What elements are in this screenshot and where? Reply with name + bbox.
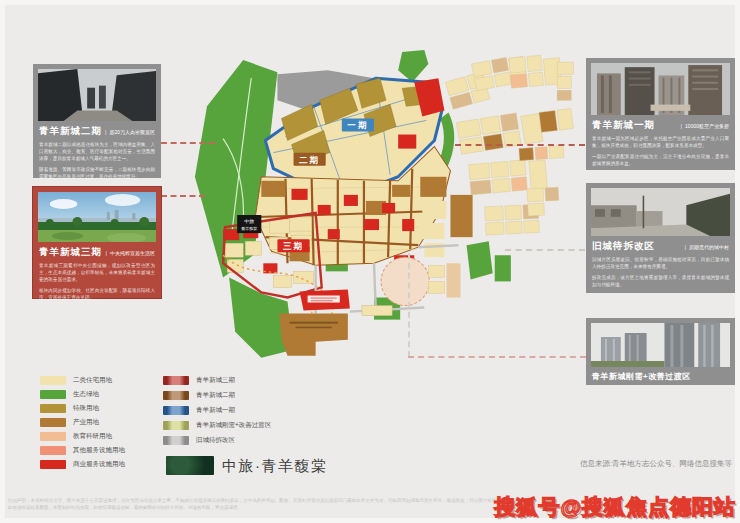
- card-phase2-para1: 青羊新城二期以成熟居住板块为主，区域内楼盘密集、人口基数大，商业、教育、医疗等配…: [39, 141, 155, 162]
- card-phase1-divider: |: [681, 123, 683, 129]
- card-phase2: 青羊新城二期 | 超20万人高密聚居区 青羊新城二期以成熟居住板块为主，区域内楼…: [33, 64, 161, 178]
- planning-map: 中旅 青羊馥棠: [164, 48, 582, 380]
- card-transition: 青羊新城刚需+改善过渡区: [586, 318, 735, 385]
- university-park-parcel: [279, 314, 347, 356]
- info-source-note: 信息来源:青羊地方志公众号、网络信息搜集等: [580, 459, 732, 469]
- sohu-watermark: 搜狐号@搜狐焦点德阳站: [495, 493, 736, 521]
- phase3-photo: [38, 192, 156, 242]
- card-phase3-para2: 板块内同步规划学校、社区商业等配套，随着项目陆续入市，宜居价值正逐步兑现。: [39, 287, 155, 301]
- legend-swatch: [163, 406, 189, 415]
- legend-land-use-1: 生态绿地: [40, 390, 99, 399]
- legend-label: 青羊新城三期: [196, 376, 235, 385]
- legend-swatch: [40, 446, 66, 455]
- south-label-box: [362, 306, 392, 316]
- legend-label: 旧城待拆改区: [196, 436, 235, 445]
- card-transition-caption: 青羊新城刚需+改善过渡区: [592, 371, 729, 382]
- card-oldtown-para1: 旧城片区房屋老旧、街巷狭窄，基础设施相对滞后，目前已整体纳入待拆迁改造范围，未来…: [592, 256, 729, 270]
- legend-district-1: 青羊新城二期: [163, 391, 235, 400]
- legend-label: 生态绿地: [73, 390, 99, 399]
- legend-district-4: 旧城待拆改区: [163, 436, 235, 445]
- disclaimer-text: 特别声明：本资料相关文字、图片来源于公开渠道整理，仅作为区域信息分享之用，不构成…: [8, 498, 528, 512]
- legend-swatch: [163, 391, 189, 400]
- legend-swatch: [40, 418, 66, 427]
- legend-swatch: [40, 390, 66, 399]
- project-site-label-1: 中旅: [244, 218, 254, 224]
- card-phase2-divider: |: [105, 129, 107, 135]
- legend-label: 产业用地: [73, 418, 99, 427]
- legend-district-2: 青羊新城一期: [163, 406, 235, 415]
- card-phase2-subtitle: 超20万人高密聚居区: [109, 129, 155, 135]
- phase2-photo: [38, 69, 156, 121]
- legend-land-use-2: 特殊用地: [40, 404, 99, 413]
- developer-logo-text: 中旅·青羊馥棠: [222, 457, 328, 476]
- card-oldtown-subtitle: 后期迭代的城中村: [689, 244, 729, 250]
- card-phase3-subtitle: 中央纯粹宜居生活区: [110, 250, 155, 256]
- card-phase2-para2: 随着道路、管网等市政设施不断完善，二期板块逐步由刚需聚集区向品质居住区过渡，居住…: [39, 166, 155, 180]
- phase2-label: 二期: [294, 153, 326, 166]
- infographic-page: 中旅 青羊馥棠: [0, 0, 740, 523]
- transition-zone: [381, 255, 460, 305]
- legend-land-use-3: 产业用地: [40, 418, 99, 427]
- legend-swatch: [40, 376, 66, 385]
- legend-label: 教育科研用地: [73, 432, 112, 441]
- legend-land-use-5: 其他服务设施用地: [40, 446, 125, 455]
- svg-text:二期: 二期: [299, 155, 320, 165]
- legend-land-use-6: 商业服务设施用地: [40, 460, 125, 469]
- card-phase3-divider: |: [105, 250, 107, 256]
- legend-swatch: [163, 376, 189, 385]
- card-oldtown-para2: 拆改完成后，该片区土地将重新整理入市，承接青羊新城的整体规划与功能外溢。: [592, 274, 729, 288]
- phase1-photo: [591, 63, 730, 115]
- developer-logo-image: [166, 456, 214, 475]
- legend-label: 青羊新城二期: [196, 391, 235, 400]
- legend-district-3: 青羊新城刚需+改善过渡区: [163, 421, 271, 430]
- legend-label: 商业服务设施用地: [73, 460, 125, 469]
- legend-swatch: [40, 460, 66, 469]
- legend-label: 青羊新城刚需+改善过渡区: [196, 421, 271, 430]
- card-phase1: 青羊新城一期 | 10000航空产业集群 青羊新城一期为区域起步区，依托航空产业…: [586, 58, 735, 170]
- south-commercial-parcel: [300, 289, 350, 310]
- card-phase1-title: 青羊新城一期: [592, 119, 655, 132]
- legend-label: 青羊新城一期: [196, 406, 235, 415]
- legend-label: 特殊用地: [73, 404, 99, 413]
- card-phase1-para1: 青羊新城一期为区域起步区，依托航空产业园形成大量产业人口聚集，板块开发成熟，职住…: [592, 135, 729, 149]
- legend-swatch: [163, 436, 189, 445]
- oldtown-photo: [591, 188, 730, 236]
- legend-label: 其他服务设施用地: [73, 446, 125, 455]
- connector-phase2: [161, 142, 215, 144]
- legend-swatch: [40, 432, 66, 441]
- transition-photo: [591, 323, 730, 367]
- legend-land-use-0: 二类住宅用地: [40, 376, 112, 385]
- connector-transition-h: [408, 356, 586, 358]
- card-oldtown-divider: |: [684, 244, 686, 250]
- legend-swatch: [40, 404, 66, 413]
- svg-text:三期: 三期: [283, 241, 304, 251]
- card-phase1-para2: 一期以产业及配套居住功能为主，沿主干道分布商业设施，是青羊新城发展的基本盘。: [592, 153, 729, 167]
- phase1-label: 一期: [342, 118, 374, 131]
- card-phase3-title: 青羊新城三期: [39, 246, 102, 259]
- connector-phase3: [161, 195, 205, 197]
- card-oldtown-title: 旧城待拆改区: [592, 240, 655, 253]
- svg-text:一期: 一期: [347, 120, 368, 130]
- card-phase2-title: 青羊新城二期: [39, 125, 102, 138]
- project-site-label-2: 青羊馥棠: [240, 226, 257, 231]
- legend-land-use-4: 教育科研用地: [40, 432, 112, 441]
- legend-label: 二类住宅用地: [73, 376, 112, 385]
- legend-swatch: [163, 421, 189, 430]
- card-oldtown: 旧城待拆改区 | 后期迭代的城中村 旧城片区房屋老旧、街巷狭窄，基础设施相对滞后…: [586, 183, 735, 293]
- card-phase1-subtitle: 10000航空产业集群: [685, 123, 729, 129]
- phase3-label: 三期: [277, 239, 309, 252]
- connector-phase1: [455, 144, 585, 146]
- legend-district-0: 青羊新城三期: [163, 376, 235, 385]
- connector-transition-v: [408, 253, 410, 357]
- card-phase3-para1: 青羊新城三期紧邻中央公园绿轴，规划以改善型住区为主，生态本底优越，容积率较低，未…: [39, 262, 155, 283]
- card-phase3: 青羊新城三期 | 中央纯粹宜居生活区 青羊新城三期紧邻中央公园绿轴，规划以改善型…: [33, 187, 161, 298]
- connector-oldtown: [505, 249, 585, 251]
